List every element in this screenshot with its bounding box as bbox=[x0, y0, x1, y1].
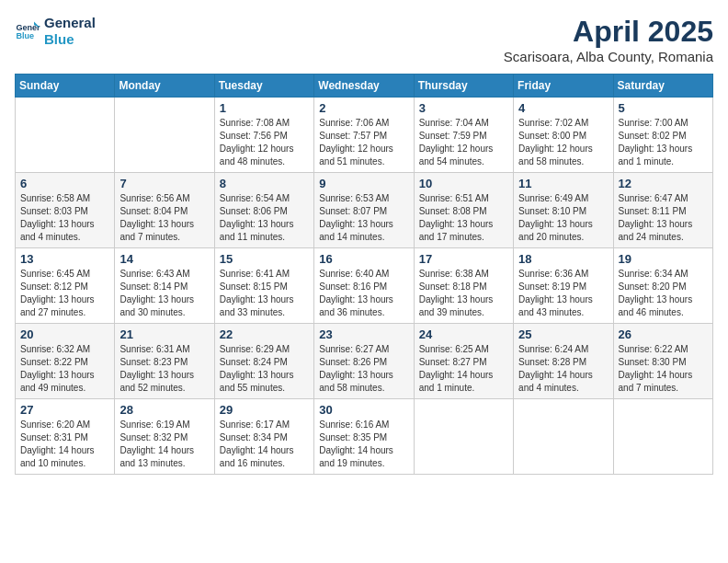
calendar-cell: 30Sunrise: 6:16 AM Sunset: 8:35 PM Dayli… bbox=[314, 399, 414, 475]
day-number: 14 bbox=[119, 252, 209, 266]
day-number: 13 bbox=[20, 252, 109, 266]
day-number: 21 bbox=[119, 327, 209, 341]
calendar-cell: 7Sunrise: 6:56 AM Sunset: 8:04 PM Daylig… bbox=[115, 173, 214, 248]
day-number: 25 bbox=[518, 327, 608, 341]
calendar-cell: 13Sunrise: 6:45 AM Sunset: 8:12 PM Dayli… bbox=[16, 248, 115, 324]
day-number: 16 bbox=[319, 252, 408, 266]
cell-info: Sunrise: 6:41 AM Sunset: 8:15 PM Dayligh… bbox=[220, 268, 309, 319]
cell-info: Sunrise: 7:02 AM Sunset: 8:00 PM Dayligh… bbox=[518, 117, 608, 168]
calendar-cell bbox=[613, 399, 712, 475]
page-header: General Blue General Blue April 2025 Sca… bbox=[15, 15, 713, 64]
weekday-header: Wednesday bbox=[314, 75, 414, 98]
cell-info: Sunrise: 6:56 AM Sunset: 8:04 PM Dayligh… bbox=[119, 192, 209, 244]
day-number: 1 bbox=[220, 101, 309, 115]
day-number: 24 bbox=[419, 327, 508, 341]
weekday-header: Thursday bbox=[414, 75, 513, 98]
logo: General Blue General Blue bbox=[15, 15, 96, 48]
calendar-cell: 9Sunrise: 6:53 AM Sunset: 8:07 PM Daylig… bbox=[314, 173, 414, 248]
cell-info: Sunrise: 6:34 AM Sunset: 8:20 PM Dayligh… bbox=[619, 268, 708, 319]
day-number: 26 bbox=[619, 327, 708, 341]
calendar-cell: 6Sunrise: 6:58 AM Sunset: 8:03 PM Daylig… bbox=[16, 173, 115, 248]
month-title: April 2025 bbox=[504, 15, 713, 49]
day-number: 10 bbox=[419, 177, 508, 190]
calendar-table: SundayMondayTuesdayWednesdayThursdayFrid… bbox=[15, 74, 713, 475]
title-block: April 2025 Scarisoara, Alba County, Roma… bbox=[504, 15, 713, 64]
calendar-cell: 17Sunrise: 6:38 AM Sunset: 8:18 PM Dayli… bbox=[414, 248, 513, 324]
day-number: 5 bbox=[619, 101, 708, 115]
calendar-cell: 19Sunrise: 6:34 AM Sunset: 8:20 PM Dayli… bbox=[613, 248, 712, 324]
day-number: 7 bbox=[119, 177, 209, 190]
calendar-cell: 20Sunrise: 6:32 AM Sunset: 8:22 PM Dayli… bbox=[16, 324, 115, 399]
cell-info: Sunrise: 7:04 AM Sunset: 7:59 PM Dayligh… bbox=[419, 117, 508, 168]
day-number: 28 bbox=[119, 403, 209, 417]
day-number: 27 bbox=[20, 403, 109, 417]
cell-info: Sunrise: 7:08 AM Sunset: 7:56 PM Dayligh… bbox=[220, 117, 309, 168]
cell-info: Sunrise: 6:29 AM Sunset: 8:24 PM Dayligh… bbox=[220, 343, 309, 395]
calendar-cell: 10Sunrise: 6:51 AM Sunset: 8:08 PM Dayli… bbox=[414, 173, 513, 248]
cell-info: Sunrise: 6:36 AM Sunset: 8:19 PM Dayligh… bbox=[518, 268, 608, 319]
calendar-cell: 18Sunrise: 6:36 AM Sunset: 8:19 PM Dayli… bbox=[514, 248, 613, 324]
day-number: 8 bbox=[220, 177, 309, 190]
svg-text:General: General bbox=[16, 23, 40, 32]
weekday-header-row: SundayMondayTuesdayWednesdayThursdayFrid… bbox=[16, 75, 713, 98]
day-number: 15 bbox=[220, 252, 309, 266]
calendar-week-row: 6Sunrise: 6:58 AM Sunset: 8:03 PM Daylig… bbox=[16, 173, 713, 248]
cell-info: Sunrise: 6:20 AM Sunset: 8:31 PM Dayligh… bbox=[20, 419, 109, 470]
calendar-week-row: 13Sunrise: 6:45 AM Sunset: 8:12 PM Dayli… bbox=[16, 248, 713, 324]
calendar-cell: 26Sunrise: 6:22 AM Sunset: 8:30 PM Dayli… bbox=[613, 324, 712, 399]
day-number: 18 bbox=[518, 252, 608, 266]
cell-info: Sunrise: 6:53 AM Sunset: 8:07 PM Dayligh… bbox=[319, 192, 408, 244]
cell-info: Sunrise: 6:17 AM Sunset: 8:34 PM Dayligh… bbox=[220, 419, 309, 470]
svg-text:Blue: Blue bbox=[16, 31, 34, 40]
day-number: 19 bbox=[619, 252, 708, 266]
calendar-cell: 28Sunrise: 6:19 AM Sunset: 8:32 PM Dayli… bbox=[115, 399, 214, 475]
weekday-header: Sunday bbox=[16, 75, 115, 98]
calendar-cell: 29Sunrise: 6:17 AM Sunset: 8:34 PM Dayli… bbox=[214, 399, 313, 475]
day-number: 3 bbox=[419, 101, 508, 115]
cell-info: Sunrise: 6:25 AM Sunset: 8:27 PM Dayligh… bbox=[419, 343, 508, 395]
cell-info: Sunrise: 6:24 AM Sunset: 8:28 PM Dayligh… bbox=[518, 343, 608, 395]
logo-icon: General Blue bbox=[15, 18, 40, 44]
calendar-cell: 25Sunrise: 6:24 AM Sunset: 8:28 PM Dayli… bbox=[514, 324, 613, 399]
weekday-header: Monday bbox=[115, 75, 214, 98]
calendar-cell bbox=[115, 98, 214, 173]
weekday-header: Friday bbox=[514, 75, 613, 98]
weekday-header: Saturday bbox=[613, 75, 712, 98]
calendar-cell: 27Sunrise: 6:20 AM Sunset: 8:31 PM Dayli… bbox=[16, 399, 115, 475]
calendar-cell: 22Sunrise: 6:29 AM Sunset: 8:24 PM Dayli… bbox=[214, 324, 313, 399]
calendar-cell: 15Sunrise: 6:41 AM Sunset: 8:15 PM Dayli… bbox=[214, 248, 313, 324]
cell-info: Sunrise: 6:54 AM Sunset: 8:06 PM Dayligh… bbox=[220, 192, 309, 244]
calendar-cell: 21Sunrise: 6:31 AM Sunset: 8:23 PM Dayli… bbox=[115, 324, 214, 399]
day-number: 12 bbox=[619, 177, 708, 190]
day-number: 20 bbox=[20, 327, 109, 341]
cell-info: Sunrise: 6:32 AM Sunset: 8:22 PM Dayligh… bbox=[20, 343, 109, 395]
cell-info: Sunrise: 6:27 AM Sunset: 8:26 PM Dayligh… bbox=[319, 343, 408, 395]
calendar-cell: 3Sunrise: 7:04 AM Sunset: 7:59 PM Daylig… bbox=[414, 98, 513, 173]
calendar-cell bbox=[514, 399, 613, 475]
cell-info: Sunrise: 6:45 AM Sunset: 8:12 PM Dayligh… bbox=[20, 268, 109, 319]
calendar-cell: 24Sunrise: 6:25 AM Sunset: 8:27 PM Dayli… bbox=[414, 324, 513, 399]
day-number: 11 bbox=[518, 177, 608, 190]
cell-info: Sunrise: 7:06 AM Sunset: 7:57 PM Dayligh… bbox=[319, 117, 408, 168]
cell-info: Sunrise: 6:47 AM Sunset: 8:11 PM Dayligh… bbox=[619, 192, 708, 244]
day-number: 29 bbox=[220, 403, 309, 417]
cell-info: Sunrise: 6:31 AM Sunset: 8:23 PM Dayligh… bbox=[119, 343, 209, 395]
cell-info: Sunrise: 6:38 AM Sunset: 8:18 PM Dayligh… bbox=[419, 268, 508, 319]
calendar-cell: 5Sunrise: 7:00 AM Sunset: 8:02 PM Daylig… bbox=[613, 98, 712, 173]
calendar-cell: 1Sunrise: 7:08 AM Sunset: 7:56 PM Daylig… bbox=[214, 98, 313, 173]
day-number: 9 bbox=[319, 177, 408, 190]
calendar-cell: 11Sunrise: 6:49 AM Sunset: 8:10 PM Dayli… bbox=[514, 173, 613, 248]
day-number: 22 bbox=[220, 327, 309, 341]
cell-info: Sunrise: 6:58 AM Sunset: 8:03 PM Dayligh… bbox=[20, 192, 109, 244]
day-number: 6 bbox=[20, 177, 109, 190]
location-title: Scarisoara, Alba County, Romania bbox=[504, 49, 713, 64]
day-number: 4 bbox=[518, 101, 608, 115]
calendar-cell: 12Sunrise: 6:47 AM Sunset: 8:11 PM Dayli… bbox=[613, 173, 712, 248]
cell-info: Sunrise: 7:00 AM Sunset: 8:02 PM Dayligh… bbox=[619, 117, 708, 168]
calendar-cell bbox=[414, 399, 513, 475]
cell-info: Sunrise: 6:51 AM Sunset: 8:08 PM Dayligh… bbox=[419, 192, 508, 244]
calendar-cell: 2Sunrise: 7:06 AM Sunset: 7:57 PM Daylig… bbox=[314, 98, 414, 173]
calendar-cell: 14Sunrise: 6:43 AM Sunset: 8:14 PM Dayli… bbox=[115, 248, 214, 324]
day-number: 30 bbox=[319, 403, 408, 417]
cell-info: Sunrise: 6:43 AM Sunset: 8:14 PM Dayligh… bbox=[119, 268, 209, 319]
